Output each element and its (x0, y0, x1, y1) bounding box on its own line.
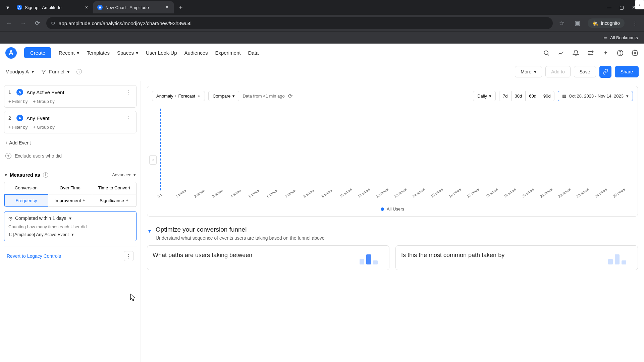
add-group-button[interactable]: + Group by (33, 125, 55, 130)
maximize-icon[interactable]: ▢ (620, 5, 624, 10)
plus-circle-icon: + (5, 153, 11, 159)
interval-selector[interactable]: Daily▾ (473, 91, 496, 101)
kebab-menu-icon[interactable]: ⋮ (124, 251, 134, 261)
tab-conversion[interactable]: Conversion (4, 182, 48, 194)
range-90d[interactable]: 90d (540, 91, 554, 101)
anomaly-forecast-button[interactable]: Anomaly + Forecast✦ (152, 91, 205, 101)
exclude-users-button[interactable]: + Exclude users who did (4, 149, 137, 165)
help-icon[interactable] (616, 49, 624, 57)
save-button[interactable]: Save (574, 66, 596, 77)
sparkle-icon: ✦ (82, 198, 86, 203)
tab-title: New Chart - Amplitude (105, 5, 162, 10)
search-icon[interactable] (543, 49, 550, 57)
bookmarks-bar: ▭ All Bookmarks (0, 32, 644, 44)
add-filter-button[interactable]: + Filter by (8, 99, 28, 104)
add-to-button[interactable]: Add to (545, 66, 570, 77)
counting-event-selector[interactable]: 1: [Amplitude] Any Active Event ▾ (8, 232, 132, 237)
x-axis-tick: 18 times (485, 185, 504, 202)
url-input[interactable]: ⚙ app.amplitude.com/analytics/moodjoy2/c… (46, 17, 553, 29)
site-settings-icon[interactable]: ⚙ (51, 20, 55, 26)
swap-icon[interactable] (587, 49, 594, 57)
event-name[interactable]: Any Active Event (26, 89, 121, 95)
collapse-panel-button[interactable]: ‹ (635, 0, 644, 9)
all-bookmarks-link[interactable]: All Bookmarks (610, 35, 638, 40)
date-range-picker[interactable]: ▦ Oct 28, 2023 - Nov 14, 2023 ▾ (558, 91, 633, 101)
insight-card[interactable]: Is this the most common path taken by (395, 245, 638, 270)
forward-icon[interactable]: → (18, 18, 28, 28)
insight-card[interactable]: What paths are users taking between (147, 245, 389, 270)
nav-experiment[interactable]: Experiment (215, 50, 241, 56)
add-event-button[interactable]: + Add Event (4, 137, 137, 149)
chart-legend[interactable]: All Users (152, 206, 633, 212)
minimize-icon[interactable]: — (607, 5, 611, 10)
tab-time-to-convert[interactable]: Time to Convert (92, 182, 136, 194)
nav-data[interactable]: Data (248, 50, 259, 56)
sparkle-icon: ✦ (197, 94, 201, 99)
nav-spaces[interactable]: Spaces▾ (117, 50, 139, 56)
x-axis-tick: 9 times (321, 185, 340, 202)
share-button[interactable]: Share (615, 66, 639, 77)
chart-plot: ‹ 0 t...1 times2 times3 times4 times5 ti… (152, 107, 633, 204)
close-icon[interactable]: × (84, 5, 89, 10)
browser-menu-icon[interactable]: ⋮ (630, 18, 640, 28)
side-panel-icon[interactable]: ▣ (572, 18, 582, 28)
copy-link-button[interactable] (599, 66, 611, 78)
close-icon[interactable]: × (164, 5, 170, 10)
bookmark-star-icon[interactable]: ☆ (557, 18, 567, 28)
back-icon[interactable]: ← (4, 18, 14, 28)
tab-frequency[interactable]: Frequency (4, 194, 48, 207)
range-30d[interactable]: 30d (512, 91, 526, 101)
event-step-card: 2 A Any Event ⋮ + Filter by + Group by (4, 111, 137, 133)
add-filter-button[interactable]: + Filter by (8, 125, 28, 130)
tab-over-time[interactable]: Over Time (48, 182, 92, 194)
range-7d[interactable]: 7d (499, 91, 511, 101)
x-axis-tick: 5 times (248, 185, 268, 202)
chevron-down-icon: ▾ (67, 69, 70, 75)
range-60d[interactable]: 60d (526, 91, 540, 101)
kebab-menu-icon[interactable]: ⋮ (124, 115, 132, 121)
nav-user-lookup[interactable]: User Look-Up (146, 50, 177, 56)
tab-improvement[interactable]: Improvement✦ (48, 194, 92, 207)
project-selector[interactable]: Moodjoy A▾ (5, 69, 34, 75)
nav-audiences[interactable]: Audiences (184, 50, 208, 56)
create-button[interactable]: Create (24, 47, 51, 58)
nav-templates[interactable]: Templates (87, 50, 110, 56)
more-button[interactable]: More▾ (515, 66, 542, 77)
kebab-menu-icon[interactable]: ⋮ (124, 89, 132, 96)
bell-icon[interactable] (572, 49, 580, 57)
chevron-down-icon: ▾ (77, 50, 79, 56)
browser-tab[interactable]: A New Chart - Amplitude × (93, 1, 174, 13)
incognito-badge[interactable]: 🕵 Incognito (588, 18, 625, 28)
event-step-card: 1 A Any Active Event ⋮ + Filter by + Gro… (4, 85, 137, 108)
x-axis-tick: 22 times (557, 185, 577, 202)
amplitude-favicon: A (97, 5, 103, 10)
tab-significance[interactable]: Significance✦ (92, 194, 136, 207)
chevron-down-icon: ▾ (32, 69, 34, 75)
x-axis-tick: 21 times (539, 185, 559, 202)
completed-within-selector[interactable]: ◷ Completed within 1 days ▾ (8, 216, 132, 221)
refresh-icon[interactable]: ⟳ (288, 93, 292, 99)
chevron-down-icon: ▾ (71, 232, 74, 237)
add-group-button[interactable]: + Group by (33, 99, 55, 104)
advanced-toggle[interactable]: Advanced▾ (112, 172, 136, 177)
url-text: app.amplitude.com/analytics/moodjoy2/cha… (59, 20, 192, 26)
nav-recent[interactable]: Recent▾ (59, 50, 79, 56)
gear-icon[interactable] (631, 49, 639, 57)
browser-tab[interactable]: A Signup - Amplitude × (13, 1, 93, 13)
measured-as-header[interactable]: ▾ Measured as i Advanced▾ (4, 170, 137, 182)
insights-icon[interactable] (557, 49, 565, 57)
event-name[interactable]: Any Event (26, 115, 121, 121)
optimize-header[interactable]: ▾ Optimize your conversion funnel Unders… (147, 223, 638, 245)
tab-search-dropdown[interactable]: ▾ (3, 2, 13, 12)
amplitude-logo[interactable]: A (5, 47, 17, 59)
revert-legacy-link[interactable]: Revert to Legacy Controls (7, 253, 61, 259)
chart-type-selector[interactable]: Funnel▾ (41, 69, 70, 75)
chart-scroll-left[interactable]: ‹ (149, 155, 157, 165)
compare-button[interactable]: Compare▾ (208, 91, 239, 101)
reload-icon[interactable]: ⟳ (32, 18, 42, 28)
clock-icon: ◷ (8, 216, 12, 221)
sparkle-icon[interactable]: ✦ (602, 49, 609, 57)
info-icon[interactable]: i (43, 172, 48, 178)
new-tab-button[interactable]: + (176, 2, 186, 12)
info-icon[interactable]: i (76, 69, 82, 74)
